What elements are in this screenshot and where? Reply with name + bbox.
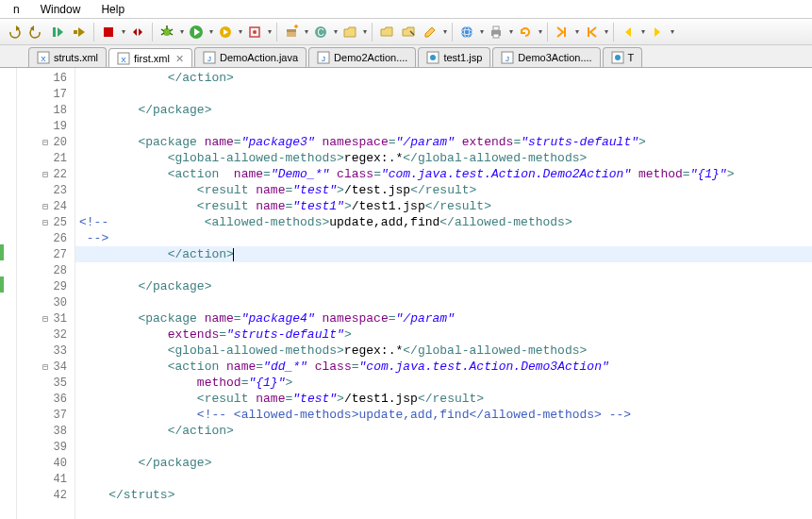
edit-button[interactable] (420, 22, 440, 42)
next-annotation-dropdown[interactable]: ▾ (573, 27, 580, 36)
redo-button[interactable] (25, 22, 46, 42)
code-line[interactable]: </package> (79, 455, 812, 471)
code-line[interactable] (79, 262, 812, 278)
code-area[interactable]: </action> </package> <package name="pack… (75, 68, 812, 519)
gutter-row[interactable]: 21 (17, 150, 75, 166)
new-folder-dropdown[interactable]: ▾ (361, 27, 368, 36)
gutter-row[interactable]: 40 (17, 455, 75, 471)
code-line[interactable] (79, 471, 812, 487)
editor-tab-demo2action-[interactable]: JDemo2Action.... (308, 47, 416, 67)
run-last-button[interactable] (215, 22, 236, 42)
prev-annotation-dropdown[interactable]: ▾ (603, 27, 609, 36)
code-line[interactable]: <!-- <allowed-methods>update,add,find</a… (79, 407, 812, 423)
code-line[interactable]: </struts> (79, 487, 812, 503)
code-line[interactable]: </package> (79, 278, 812, 294)
gutter-row[interactable]: 36 (17, 391, 75, 407)
menu-item-help[interactable]: Help (91, 1, 134, 18)
prev-annotation-button[interactable] (581, 22, 602, 42)
gutter-row[interactable]: 39 (17, 439, 75, 455)
gutter-row[interactable]: 24 (17, 198, 75, 214)
gutter-row[interactable]: 18 (17, 102, 75, 118)
web-browser-dropdown[interactable]: ▾ (478, 27, 485, 36)
code-line[interactable]: </action> (79, 70, 812, 86)
refresh-button[interactable] (515, 22, 536, 42)
step-button[interactable] (47, 22, 68, 42)
gutter-row[interactable]: 25 (17, 214, 75, 230)
gutter-row[interactable]: 16 (17, 70, 75, 86)
code-line[interactable]: <result name="test1">/test1.jsp</result> (79, 198, 812, 214)
code-line[interactable]: <global-allowed-methods>regex:.*</global… (79, 343, 812, 359)
gutter-row[interactable]: 17 (17, 86, 75, 102)
editor-tab-struts-xml[interactable]: Xstruts.xml (28, 47, 107, 67)
forward-dropdown[interactable]: ▾ (669, 27, 675, 36)
open-button[interactable] (376, 22, 397, 42)
gutter-row[interactable]: 27 (17, 246, 75, 262)
fold-toggle-icon[interactable] (41, 170, 50, 179)
run-last-dropdown[interactable]: ▾ (237, 27, 243, 36)
back-dropdown[interactable]: ▾ (639, 27, 646, 36)
code-line[interactable]: <!-- <allowed-methods>update,add,find</a… (79, 214, 812, 230)
gutter-row[interactable]: 33 (17, 343, 75, 359)
run-button[interactable] (186, 22, 207, 42)
code-line[interactable]: <global-allowed-methods>regex:.*</global… (79, 150, 812, 166)
gutter-row[interactable]: 23 (17, 182, 75, 198)
editor-tab-demo3action-[interactable]: JDemo3Action.... (492, 47, 600, 67)
back-button[interactable] (618, 22, 638, 42)
code-line[interactable]: <package name="package4" namespace="/par… (79, 310, 812, 326)
gutter-row[interactable]: 37 (17, 407, 75, 423)
resume-button[interactable] (69, 22, 90, 42)
external-tools-dropdown[interactable]: ▾ (266, 27, 273, 36)
fold-toggle-icon[interactable] (41, 218, 50, 227)
edit-dropdown[interactable]: ▾ (441, 27, 448, 36)
code-line[interactable]: </action> (79, 423, 812, 439)
gutter-row[interactable]: 38 (17, 423, 75, 439)
next-annotation-button[interactable] (552, 22, 572, 42)
gutter-row[interactable]: 34 (17, 359, 75, 375)
gutter-row[interactable]: 22 (17, 166, 75, 182)
terminate-dropdown[interactable]: ▾ (120, 27, 126, 36)
disconnect-button[interactable] (127, 22, 148, 42)
gutter-row[interactable]: 41 (17, 471, 75, 487)
close-icon[interactable]: ✕ (174, 53, 184, 65)
gutter-row[interactable]: 29 (17, 278, 75, 294)
code-line[interactable]: <result name="test">/test.jsp</result> (79, 182, 812, 198)
web-browser-button[interactable] (456, 22, 477, 42)
gutter-row[interactable]: 19 (17, 118, 75, 134)
menu-item-window[interactable]: Window (31, 1, 91, 18)
fold-toggle-icon[interactable] (41, 314, 50, 324)
new-class-dropdown[interactable]: ▾ (332, 27, 339, 36)
refresh-dropdown[interactable]: ▾ (537, 27, 543, 36)
open-type-button[interactable] (398, 22, 419, 42)
debug-button[interactable] (157, 22, 177, 42)
editor-tab-test1-jsp[interactable]: test1.jsp (418, 47, 490, 67)
code-line[interactable]: <result name="test">/test1.jsp</result> (79, 391, 812, 407)
editor-tab-first-xml[interactable]: Xfirst.xml✕ (108, 48, 192, 68)
new-package-button[interactable] (281, 22, 302, 42)
fold-toggle-icon[interactable] (41, 138, 50, 147)
code-line[interactable]: </action> (75, 246, 812, 262)
new-package-dropdown[interactable]: ▾ (303, 27, 309, 36)
gutter-row[interactable]: 42 (17, 487, 75, 503)
gutter-row[interactable]: 32 (17, 326, 75, 343)
code-line[interactable]: <action name="dd_*" class="com.java.test… (79, 359, 812, 375)
code-line[interactable]: <action name="Demo_*" class="com.java.te… (79, 166, 812, 182)
gutter-row[interactable]: 20 (17, 134, 75, 150)
debug-dropdown[interactable]: ▾ (178, 27, 185, 36)
gutter-row[interactable]: 35 (17, 375, 75, 391)
fold-toggle-icon[interactable] (41, 362, 50, 372)
new-class-button[interactable]: C (310, 22, 331, 42)
new-folder-button[interactable] (340, 22, 360, 42)
code-line[interactable] (79, 118, 812, 134)
fold-toggle-icon[interactable] (41, 202, 50, 211)
code-line[interactable] (79, 439, 812, 455)
gutter-row[interactable]: 26 (17, 230, 75, 246)
code-line[interactable]: </package> (79, 102, 812, 118)
code-editor[interactable]: 1617181920212223242526272829303132333435… (0, 68, 812, 519)
menu-item-n[interactable]: n (4, 1, 29, 18)
forward-button[interactable] (647, 22, 668, 42)
gutter-row[interactable]: 28 (17, 262, 75, 278)
code-line[interactable]: method="{1}"> (79, 375, 812, 391)
gutter-row[interactable]: 31 (17, 310, 75, 326)
code-line[interactable]: --> (79, 230, 812, 246)
code-line[interactable]: <package name="package3" namespace="/par… (79, 134, 812, 150)
